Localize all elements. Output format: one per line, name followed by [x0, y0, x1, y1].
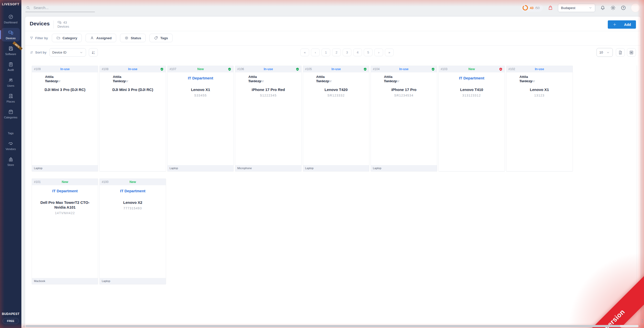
device-name: iPhone 17 Pro [373, 87, 434, 92]
device-name: DJI Mini 3 Pro (DJI RC) [34, 87, 95, 92]
tag-icon [154, 36, 158, 40]
device-id: #101 [34, 180, 46, 184]
sidebar-item-label: Vendors [6, 148, 16, 151]
page-header: Devices 43 Devices Add [25, 17, 640, 31]
device-category: Laptop [168, 165, 233, 171]
topbar-right: 43/50 Budapest ? [521, 3, 640, 12]
scrollbar-track[interactable] [25, 325, 638, 327]
add-device-button[interactable]: Add [608, 20, 636, 29]
assignee-person[interactable]: Attila Developer Turóczy [238, 75, 261, 83]
assignee-department-link[interactable]: IT Department [102, 188, 163, 193]
sidebar-nav: Dashboard Devices Software BETA Audit Us… [0, 9, 21, 310]
device-category: Macbook [32, 278, 98, 284]
person-icon [90, 36, 94, 40]
assignee-person[interactable]: Attila Developer Turóczy [306, 75, 329, 83]
pager-page-4[interactable]: 4 [353, 49, 362, 56]
sort-field-value: Device ID [52, 51, 66, 54]
content-panel: Devices 43 Devices Add Fi [25, 17, 640, 328]
device-id: #100 [102, 180, 113, 184]
device-name: DJI Mini 3 Pro (DJI RC) [102, 87, 163, 92]
shield-check-icon [288, 67, 299, 71]
sidebar-item-vendors[interactable]: Vendors [2, 139, 20, 152]
assignee-area: Attila Developer Turóczy [238, 75, 299, 86]
device-card[interactable]: #106 In-use Attila Developer Turóczy iPh… [235, 66, 301, 171]
sidebar-item-places[interactable]: Places [2, 91, 20, 105]
pager-page-1[interactable]: 1 [321, 49, 330, 56]
horizontal-scrollbar[interactable]: ◂ ▸ [23, 324, 640, 327]
device-card[interactable]: #105 In-use Attila Developer Turóczy Len… [303, 66, 369, 171]
device-status-badge: In-use [249, 67, 288, 71]
list-view-button[interactable] [627, 48, 636, 57]
sidebar-item-software[interactable]: Software BETA [2, 44, 20, 57]
pager-prev[interactable]: ‹ [311, 49, 320, 56]
shield-check-icon [423, 67, 435, 71]
filter-chip-category[interactable]: Category [52, 34, 82, 42]
assignee-person[interactable]: Attila Developer Turóczy [34, 75, 58, 83]
device-card[interactable]: #108 In-use Attila Developer Turóczy DJI… [99, 66, 166, 171]
scroll-right-arrow[interactable]: ▸ [639, 325, 640, 327]
sort-field-select[interactable]: Device ID [49, 48, 86, 57]
tags-icon [8, 125, 14, 130]
device-card[interactable]: #104 In-use Attila Developer Turóczy iPh… [371, 66, 437, 171]
scroll-left-arrow[interactable]: ◂ [23, 325, 24, 327]
location-select[interactable]: Budapest [558, 4, 595, 12]
sidebar-item-tags[interactable]: Tags [2, 123, 20, 136]
sidebar-item-label: Users [7, 84, 14, 87]
device-card[interactable]: #100 New IT Department Lenovo X2 7773154… [99, 178, 166, 284]
app: LIVESOFT Dashboard Devices Software BETA… [0, 0, 644, 328]
device-card[interactable]: #107 New IT Department Lenovo X1 S33455 … [167, 66, 234, 171]
device-card[interactable]: #103 New IT Department Lenovo T410 31312… [438, 66, 505, 171]
device-card[interactable]: #101 New IT Department Dell Pro Max Towe… [32, 178, 98, 284]
assignee-department-link[interactable]: IT Department [34, 188, 95, 193]
device-count: 43 [63, 21, 67, 25]
pagination: «‹12345›» [300, 49, 394, 56]
page-size-select[interactable]: 10 [596, 48, 613, 57]
plan-badge[interactable]: FREE [3, 318, 19, 324]
pager-last[interactable]: » [385, 49, 394, 56]
scrollbar-thumb[interactable] [25, 325, 620, 327]
assignee-first-name: Attila [248, 75, 261, 79]
device-card[interactable]: #102 In-use Attila Developer Turóczy Len… [506, 66, 573, 171]
search-input[interactable] [33, 5, 94, 10]
pager-page-2[interactable]: 2 [332, 49, 341, 56]
filter-row: Filter by Category Assigned Status Tags [25, 31, 640, 45]
sidebar-item-label: Dashboard [4, 21, 18, 24]
sidebar-item-categories[interactable]: Categories [2, 107, 20, 121]
export-file-button[interactable] [616, 48, 625, 57]
sidebar-item-audit[interactable]: Audit [2, 60, 20, 73]
device-card[interactable]: #109 In-use Attila Developer Turóczy DJI… [32, 66, 98, 171]
help-icon[interactable]: ? [621, 5, 626, 11]
device-status-badge: New [113, 180, 152, 184]
filter-chip-assigned[interactable]: Assigned [86, 34, 116, 42]
assignee-area: IT Department [34, 188, 95, 199]
device-name: Lenovo T420 [306, 87, 367, 92]
filter-chip-label: Category [63, 36, 77, 40]
assignee-department-link[interactable]: IT Department [170, 75, 231, 80]
toolbar: Sort by Device ID ZA «‹12345›» 10 [25, 45, 640, 59]
filter-chip-status[interactable]: Status [120, 34, 146, 42]
device-category: Microphone [235, 165, 301, 171]
assignee-person[interactable]: Attila Developer Turóczy [373, 75, 397, 83]
pager-page-3[interactable]: 3 [343, 49, 351, 56]
shopping-bag-icon[interactable] [548, 5, 553, 11]
shield-check-icon [220, 67, 231, 71]
sidebar-item-devices[interactable]: Devices [2, 28, 20, 41]
user-avatar[interactable] [631, 3, 640, 12]
notifications-bell-icon[interactable] [600, 5, 606, 11]
settings-gear-icon[interactable] [610, 5, 616, 11]
pager-first[interactable]: « [300, 49, 309, 56]
assignee-person[interactable]: Attila Developer Turóczy [509, 75, 532, 83]
pager-next[interactable]: › [374, 49, 383, 56]
assignee-person[interactable]: Attila Developer Turóczy [102, 75, 126, 83]
sidebar-item-label: Audit [8, 68, 14, 71]
sidebar-item-dashboard[interactable]: Dashboard [2, 12, 20, 26]
filter-chip-label: Tags [160, 36, 168, 40]
sidebar: LIVESOFT Dashboard Devices Software BETA… [0, 0, 21, 328]
assignee-department-link[interactable]: IT Department [441, 75, 502, 80]
vertical-scroll-arrows[interactable]: ▴▾ [642, 318, 643, 323]
filter-chip-tags[interactable]: Tags [149, 34, 173, 42]
sort-order-button[interactable]: ZA [89, 48, 98, 57]
sidebar-item-users[interactable]: Users [2, 75, 20, 89]
pager-page-5[interactable]: 5 [364, 49, 373, 56]
sidebar-item-store[interactable]: Store [2, 155, 20, 168]
